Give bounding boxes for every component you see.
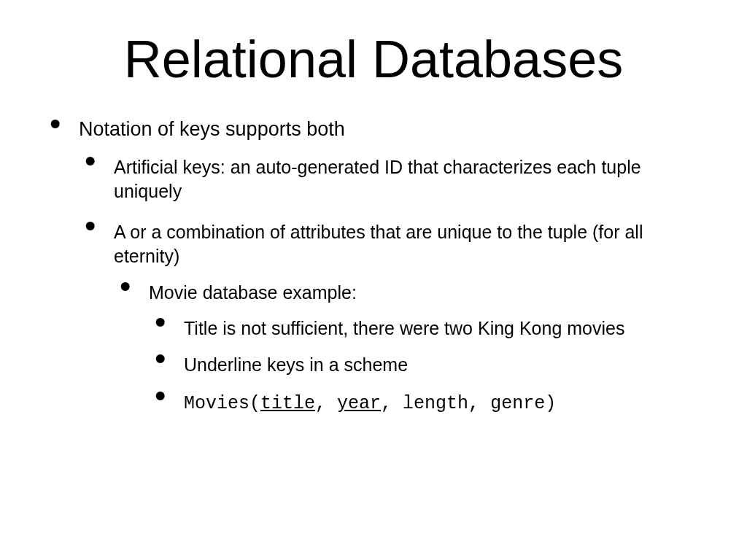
bullet-text: Title is not sufficient, there were two … (184, 318, 624, 338)
list-item: Artificial keys: an auto-generated ID th… (79, 155, 703, 203)
bullet-list: Title is not sufficient, there were two … (149, 316, 703, 416)
paren-close: ) (545, 393, 556, 414)
list-item: Movies(title, year, length, genre) (149, 390, 703, 416)
scheme-expression: Movies(title, year, length, genre) (184, 393, 556, 414)
bullet-list: Notation of keys supports both Artificia… (44, 118, 703, 416)
bullet-list: Movie database example: Title is not suf… (114, 281, 703, 416)
list-item: A or a combination of attributes that ar… (79, 220, 703, 416)
bullet-list: Artificial keys: an auto-generated ID th… (79, 155, 703, 416)
list-item: Title is not sufficient, there were two … (149, 316, 703, 341)
attr: length (403, 393, 468, 414)
key-attr: year (337, 393, 381, 414)
bullet-text: Artificial keys: an auto-generated ID th… (114, 157, 641, 201)
bullet-text: A or a combination of attributes that ar… (114, 222, 643, 266)
slide-title: Relational Databases (44, 29, 703, 89)
sep: , (381, 393, 403, 414)
bullet-text: Underline keys in a scheme (184, 354, 408, 375)
sep: , (315, 393, 337, 414)
list-item: Notation of keys supports both Artificia… (44, 118, 703, 416)
list-item: Movie database example: Title is not suf… (114, 281, 703, 416)
key-attr: title (260, 393, 315, 414)
slide: Relational Databases Notation of keys su… (0, 0, 747, 560)
attr: genre (490, 393, 545, 414)
bullet-text: Movie database example: (149, 282, 357, 303)
scheme-name: Movies (184, 393, 249, 414)
list-item: Underline keys in a scheme (149, 353, 703, 377)
paren-open: ( (249, 393, 260, 414)
sep: , (468, 393, 490, 414)
bullet-text: Notation of keys supports both (79, 118, 345, 140)
